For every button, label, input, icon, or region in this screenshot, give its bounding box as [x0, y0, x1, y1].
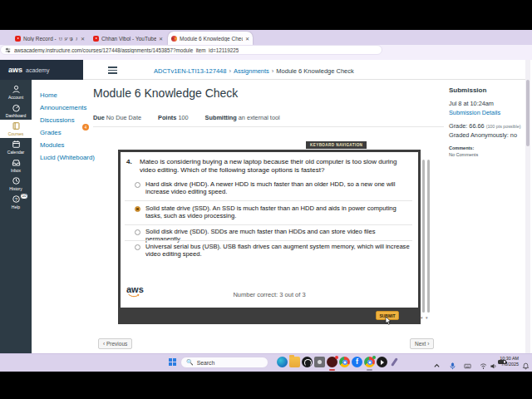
answer-option-1[interactable]: Hard disk drive (HDD). A newer HDD is mu… [135, 180, 412, 195]
answer-option-2[interactable]: Solid state drive (SSD). An SSD is much … [135, 204, 412, 219]
submitting-label: Submitting [205, 114, 237, 121]
courses-icon [12, 121, 21, 131]
sidebar-item-inbox[interactable]: Inbox [0, 156, 32, 175]
comments-value: No Comments [449, 152, 478, 157]
next-button[interactable]: Next › [410, 338, 434, 349]
tab-close-icon[interactable]: ✕ [245, 36, 249, 42]
course-nav-home[interactable]: Home [40, 91, 57, 99]
grades-badge: 4 [82, 124, 89, 131]
pen-tool-icon[interactable] [389, 357, 400, 367]
tab-close-icon[interactable]: ✕ [81, 36, 85, 42]
tray-date: 7/8/2025 [494, 362, 519, 367]
tray-clock[interactable]: 10:30 AM 7/8/2025 [494, 356, 519, 367]
browser-tab-1[interactable]: Noly Record - បទចម្រៀង [Offi ✕ [12, 32, 88, 45]
scroll-down-icon[interactable]: ▾ [421, 315, 423, 320]
youtube-favicon [15, 36, 21, 42]
facebook-icon[interactable]: f [352, 357, 362, 367]
chrome-profile-icon[interactable] [364, 357, 375, 367]
global-nav-rail: Account Dashboard Courses Calendar Inbox… [0, 80, 32, 353]
help-badge: 10 [20, 193, 28, 200]
dashboard-icon [12, 103, 21, 112]
tray-time: 10:30 AM [494, 356, 519, 362]
sidebar-item-history[interactable]: History [0, 175, 32, 193]
calendar-icon [12, 140, 21, 149]
letterbox-bottom [0, 372, 532, 399]
quiz-score-status: Number correct: 3 out of 3 [118, 291, 421, 298]
edge-icon[interactable] [277, 357, 288, 367]
question-number: 4. [126, 158, 132, 165]
camera-icon[interactable] [314, 357, 325, 367]
active-app-indicator [329, 369, 335, 371]
media-player-icon[interactable] [377, 357, 387, 367]
file-explorer-icon[interactable] [289, 357, 300, 367]
answer-option-4[interactable]: Universal serial bus (USB). USB flash dr… [135, 243, 412, 258]
keyboard-navigation-tag: KEYBOARD NAVIGATION [306, 141, 367, 149]
tab-title: Chhan Vibol - YouTube [101, 36, 156, 42]
recorder-app-icon[interactable] [327, 357, 337, 367]
assignment-meta: Due No Due Date Points 100 Submitting an… [93, 114, 280, 121]
obs-icon[interactable] [302, 357, 313, 367]
radio-option-2[interactable] [135, 206, 140, 212]
help-icon: ? [12, 195, 21, 204]
tab-title: Module 6 Knowledge Check [180, 36, 243, 42]
divider [93, 126, 444, 127]
canvas-favicon [171, 36, 177, 42]
svg-text:?: ? [14, 197, 17, 202]
sidebar-item-help[interactable]: ? Help 10 [0, 193, 32, 211]
breadcrumb: ADCTv1EN-LTI13-127448›Assignments›Module… [154, 67, 354, 75]
sidebar-item-account[interactable]: Account [0, 83, 32, 101]
sidebar-item-calendar[interactable]: Calendar [0, 138, 32, 156]
hamburger-menu-icon[interactable] [108, 66, 117, 76]
radio-option-1[interactable] [135, 182, 140, 188]
academy-logo-text: academy [26, 67, 49, 73]
page-scrollbar-thumb[interactable] [526, 80, 530, 146]
inbox-icon [12, 158, 21, 167]
chrome-icon[interactable] [339, 357, 350, 367]
url-text: awsacademy.instructure.com/courses/12744… [14, 47, 239, 53]
previous-button[interactable]: ‹ Previous [98, 338, 132, 349]
start-button[interactable] [169, 358, 176, 366]
outer-scrollbar[interactable] [427, 160, 430, 313]
youtube-favicon [93, 36, 99, 42]
graded-anonymously: Graded Anonymously: no [449, 131, 517, 139]
due-value: No Due Date [106, 114, 141, 121]
course-nav-discussions[interactable]: Discussions [40, 116, 75, 124]
comments-label: Comments: [449, 145, 474, 150]
sidebar-item-dashboard[interactable]: Dashboard [0, 101, 32, 120]
scroll-down-icon[interactable]: ▾ [426, 315, 428, 320]
course-nav-grades[interactable]: Grades [40, 129, 62, 136]
submitting-value: an external tool [239, 114, 280, 121]
taskbar-search[interactable]: 🔍 Search [180, 357, 268, 368]
quiz-footer-bar [121, 308, 418, 322]
breadcrumb-course-link[interactable]: ADCTv1EN-LTI13-127448 [154, 67, 226, 75]
site-settings-icon[interactable] [5, 47, 11, 53]
browser-tab-active[interactable]: Module 6 Knowledge Check ✕ [168, 32, 253, 45]
browser-tab-2[interactable]: Chhan Vibol - YouTube ✕ [90, 32, 166, 45]
option-divider [125, 200, 412, 201]
breadcrumb-assignments-link[interactable]: Assignments [234, 67, 269, 75]
breadcrumb-current: Module 6 Knowledge Check [276, 67, 353, 75]
course-nav-announcements[interactable]: Announcements [40, 104, 86, 111]
screen: Noly Record - បទចម្រៀង [Offi ✕ Chhan Vib… [0, 0, 532, 399]
page-title: Module 6 Knowledge Check [93, 86, 238, 100]
address-bar[interactable]: awsacademy.instructure.com/courses/12744… [0, 45, 382, 55]
notification-badge [372, 356, 376, 359]
course-nav-lucid[interactable]: Lucid (Whiteboard) [40, 154, 95, 161]
question-text: Mateo is considering buying a new laptop… [140, 158, 412, 174]
submission-heading: Submission [449, 86, 486, 94]
due-label: Due [93, 114, 105, 121]
course-nav-modules[interactable]: Modules [40, 141, 64, 149]
history-icon [12, 176, 21, 185]
radio-option-3[interactable] [135, 229, 140, 235]
iframe-scrollbar[interactable] [422, 160, 425, 313]
radio-option-4[interactable] [135, 244, 140, 250]
tab-close-icon[interactable]: ✕ [159, 36, 163, 42]
submission-details-link[interactable]: Submission Details [449, 109, 500, 116]
tab-title: Noly Record - បទចម្រៀង [Offi [23, 36, 78, 42]
browser-toolbar: ← → ⟳ awsacademy.instructure.com/courses… [0, 45, 532, 60]
submission-grade: Grade: 66.66 (100 pts possible) [449, 122, 520, 130]
sidebar-item-courses[interactable]: Courses [0, 120, 32, 138]
search-icon: 🔍 [186, 359, 194, 366]
points-value: 100 [178, 114, 188, 121]
active-app-indicator [367, 369, 372, 371]
